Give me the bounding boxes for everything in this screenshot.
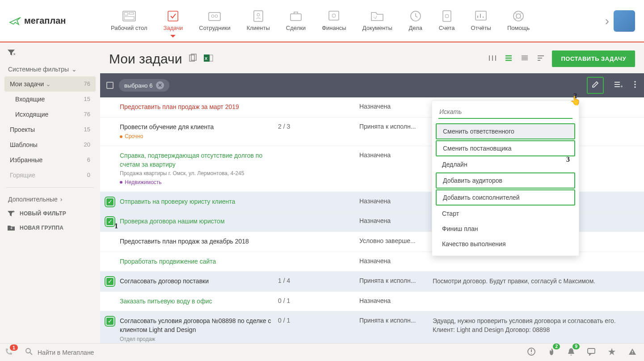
tasks-icon [166, 10, 180, 22]
dropdown-search-input[interactable] [438, 105, 572, 119]
action-label: НОВЫЙ ФИЛЬТР [20, 210, 66, 217]
task-checkbox[interactable] [106, 218, 114, 225]
dropdown-item[interactable]: Качество выполнения [436, 237, 575, 251]
dropdown-item[interactable]: Добавить аудиторов [436, 172, 575, 189]
dropdown-item[interactable]: Сменить постановщика [436, 140, 575, 156]
phone-icon[interactable]: 1 [4, 347, 13, 358]
task-title: Провести обучение для клиента [120, 123, 272, 132]
nav-employees[interactable]: Сотрудники [191, 10, 238, 31]
warning-icon[interactable] [628, 348, 637, 357]
nav-affairs[interactable]: Дела [400, 10, 431, 31]
excel-export-icon[interactable]: X [203, 54, 213, 64]
nav-invoices[interactable]: Счета [431, 10, 463, 31]
edit-selection-icon[interactable] [587, 77, 604, 94]
employees-icon [207, 10, 222, 22]
svg-rect-2 [129, 13, 134, 14]
dropdown-item[interactable]: Добавить соисполнителей [436, 189, 575, 206]
task-checkbox[interactable] [106, 258, 114, 265]
sidebar-item-my-tasks[interactable]: Мои задачи ⌄76 [4, 76, 96, 92]
bell-icon[interactable]: 9 [567, 347, 575, 358]
task-checkbox[interactable] [106, 198, 114, 206]
fire-icon[interactable]: 2 [547, 347, 556, 358]
dropdown-item[interactable]: Дедлайн [436, 157, 575, 172]
logo-text: мегаплан [24, 16, 66, 26]
add-to-list-icon[interactable]: + [612, 79, 624, 92]
view-list-icon[interactable] [504, 54, 514, 64]
nav-finance[interactable]: Финансы [314, 10, 354, 31]
nav-docs[interactable]: Документы [354, 10, 400, 31]
side-label: Мои задачи [10, 80, 44, 88]
divider [6, 187, 94, 188]
footer-search-input[interactable] [38, 349, 515, 356]
nav-label: Сделки [286, 25, 306, 31]
task-checkbox[interactable] [106, 152, 114, 160]
nav-tasks[interactable]: Задачи [156, 10, 191, 31]
dropdown-item[interactable]: Финиш план [436, 222, 575, 236]
nav-items: Рабочий стол Задачи Сотрудники Клиенты С… [103, 10, 601, 31]
view-sort-icon[interactable] [536, 54, 546, 64]
logo[interactable]: мегаплан [9, 16, 103, 26]
task-row[interactable]: Заказать питьевую воду в офис0 / 1Назнач… [100, 292, 644, 312]
nav-clients[interactable]: Клиенты [239, 10, 278, 31]
task-checkbox[interactable] [106, 318, 114, 325]
task-title: Предоставить план продаж за декабрь 2018 [120, 237, 272, 246]
task-checkbox[interactable] [106, 278, 114, 285]
view-compact-icon[interactable] [520, 54, 530, 64]
svg-rect-26 [210, 55, 213, 61]
sidebar-item-favorites[interactable]: Избранные6 [4, 152, 96, 168]
task-checkbox[interactable] [106, 104, 114, 111]
nav-more-arrow[interactable]: › [601, 14, 614, 28]
task-row[interactable]: Согласовать условия договора №08898 по с… [100, 311, 644, 343]
task-checkbox[interactable] [106, 124, 114, 131]
task-status: Принята к исполн... [359, 277, 426, 284]
nav-help[interactable]: Помощь [499, 10, 538, 31]
chevron-down-icon: ⌄ [46, 80, 51, 88]
task-title: Проработать продвижение сайта [120, 257, 272, 266]
dropdown-item[interactable]: Сменить ответственного [436, 123, 575, 139]
bulk-edit-dropdown: Сменить ответственногоСменить постановщи… [432, 101, 579, 256]
task-title: Согласовать условия договора №08898 по с… [120, 317, 272, 334]
dropdown-item[interactable]: Старт [436, 206, 575, 221]
task-checkbox[interactable] [106, 238, 114, 245]
additional-group[interactable]: Дополнительные› [4, 192, 96, 206]
select-all-checkbox[interactable] [106, 82, 114, 89]
copy-icon[interactable] [188, 54, 197, 64]
more-actions-icon[interactable] [632, 79, 638, 92]
task-main: Провести обучение для клиентаСрочно [120, 123, 272, 140]
sidebar-item-templates[interactable]: Шаблоны20 [4, 137, 96, 152]
task-main: Проверка договора нашим юристом [120, 217, 272, 226]
view-columns-icon[interactable] [488, 54, 497, 64]
sidebar-item-incoming[interactable]: Входящие15 [4, 92, 96, 107]
create-task-button[interactable]: ПОСТАВИТЬ ЗАДАЧУ [552, 50, 635, 67]
logo-icon [9, 16, 21, 26]
new-group-button[interactable]: +НОВАЯ ГРУППА [4, 221, 96, 235]
nav-desktop[interactable]: Рабочий стол [103, 10, 156, 31]
alert-circle-icon[interactable] [527, 347, 536, 358]
chart-icon [474, 10, 488, 22]
footer-icons: 2 9 [527, 347, 640, 358]
star-icon[interactable] [607, 347, 616, 358]
bell-badge: 9 [572, 344, 580, 349]
invoice-icon [440, 10, 454, 22]
chat-icon[interactable] [587, 348, 596, 357]
sidebar-item-outgoing[interactable]: Исходящие76 [4, 107, 96, 122]
side-count: 76 [84, 111, 90, 118]
task-status: Условно заверше... [359, 237, 426, 244]
page-title: Мои задачи [109, 51, 182, 67]
desktop-icon [122, 10, 136, 22]
svg-rect-33 [588, 348, 595, 353]
new-filter-button[interactable]: +НОВЫЙ ФИЛЬТР [4, 206, 96, 221]
system-filters-group[interactable]: Системные фильтры⌄ [4, 62, 96, 76]
task-status: Назначена [359, 197, 426, 205]
action-label: НОВАЯ ГРУППА [20, 225, 63, 231]
clear-selection-icon[interactable]: ✕ [156, 81, 164, 89]
task-row[interactable]: Согласовать договор поставки1 / 4Принята… [100, 272, 644, 292]
svg-rect-1 [124, 13, 128, 15]
sidebar-item-projects[interactable]: Проекты15 [4, 122, 96, 137]
task-checkbox[interactable] [106, 298, 114, 305]
user-avatar[interactable] [614, 10, 635, 32]
sidebar-item-burning[interactable]: Горящие0 [4, 168, 96, 183]
nav-reports[interactable]: Отчёты [463, 10, 499, 31]
nav-deals[interactable]: Сделки [278, 10, 314, 31]
filter-toggle-icon[interactable]: ✕ [4, 49, 96, 62]
